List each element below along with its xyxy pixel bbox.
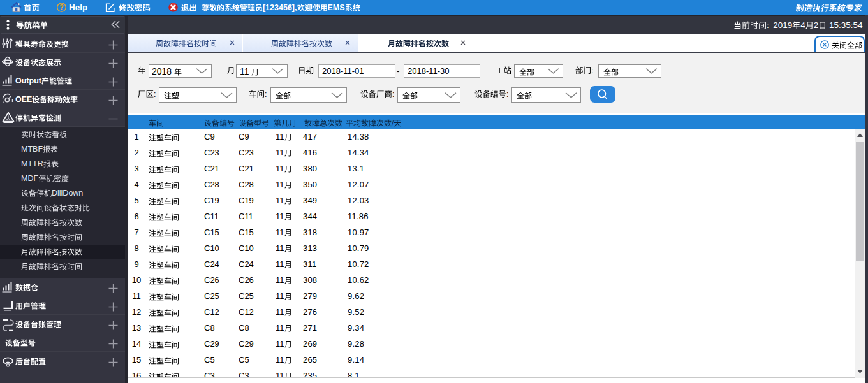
svg-text:?: ? [59,3,63,11]
